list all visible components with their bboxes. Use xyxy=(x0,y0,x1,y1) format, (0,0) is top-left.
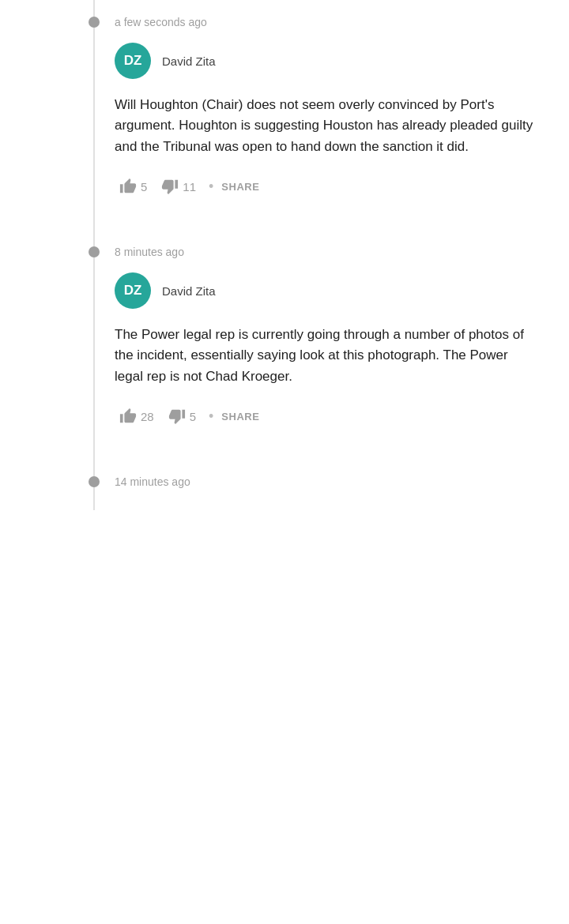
actions-row: 28 5 • SHARE xyxy=(115,404,569,428)
thumbs-up-icon xyxy=(119,408,137,425)
actions-row: 5 11 • SHARE xyxy=(115,175,569,198)
timestamp-row: 14 minutes ago xyxy=(0,475,569,488)
timestamp: 14 minutes ago xyxy=(115,475,190,488)
share-button[interactable]: SHARE xyxy=(221,411,259,423)
timeline-dot xyxy=(89,476,100,487)
comment-text: Will Houghton (Chair) does not seem over… xyxy=(115,95,537,157)
avatar-initials: DZ xyxy=(124,283,142,299)
thumbs-down-button[interactable]: 5 xyxy=(164,404,201,428)
timeline-dot xyxy=(89,17,100,28)
share-button[interactable]: SHARE xyxy=(221,181,259,193)
thumbs-down-button[interactable]: 11 xyxy=(156,175,201,198)
thumbs-up-count: 28 xyxy=(141,410,154,423)
author-row: DZ David Zita xyxy=(115,43,569,79)
thumbs-up-count: 5 xyxy=(141,180,147,193)
avatar: DZ xyxy=(115,43,151,79)
timestamp: a few seconds ago xyxy=(115,16,207,28)
separator: • xyxy=(209,408,213,425)
author-name: David Zita xyxy=(162,54,216,68)
avatar-initials: DZ xyxy=(124,53,142,69)
comments-feed: a few seconds ago DZ David Zita Will Hou… xyxy=(0,0,569,510)
timestamp: 8 minutes ago xyxy=(115,246,184,258)
timestamp-row: 8 minutes ago xyxy=(0,246,569,258)
thumbs-up-button[interactable]: 5 xyxy=(115,175,152,198)
comment-block: 14 minutes ago xyxy=(0,460,569,510)
separator: • xyxy=(209,178,213,195)
thumbs-down-icon xyxy=(168,408,186,425)
author-name: David Zita xyxy=(162,284,216,298)
thumbs-down-count: 11 xyxy=(183,180,196,193)
thumbs-up-icon xyxy=(119,178,137,195)
thumbs-down-icon xyxy=(161,178,179,195)
thumbs-down-count: 5 xyxy=(190,410,196,423)
author-row: DZ David Zita xyxy=(115,272,569,309)
comment-text: The Power legal rep is currently going t… xyxy=(115,325,537,387)
avatar: DZ xyxy=(115,272,151,309)
timeline-dot xyxy=(89,246,100,257)
thumbs-up-button[interactable]: 28 xyxy=(115,404,159,428)
comment-block: a few seconds ago DZ David Zita Will Hou… xyxy=(0,0,569,230)
timestamp-row: a few seconds ago xyxy=(0,16,569,28)
comment-block: 8 minutes ago DZ David Zita The Power le… xyxy=(0,230,569,460)
